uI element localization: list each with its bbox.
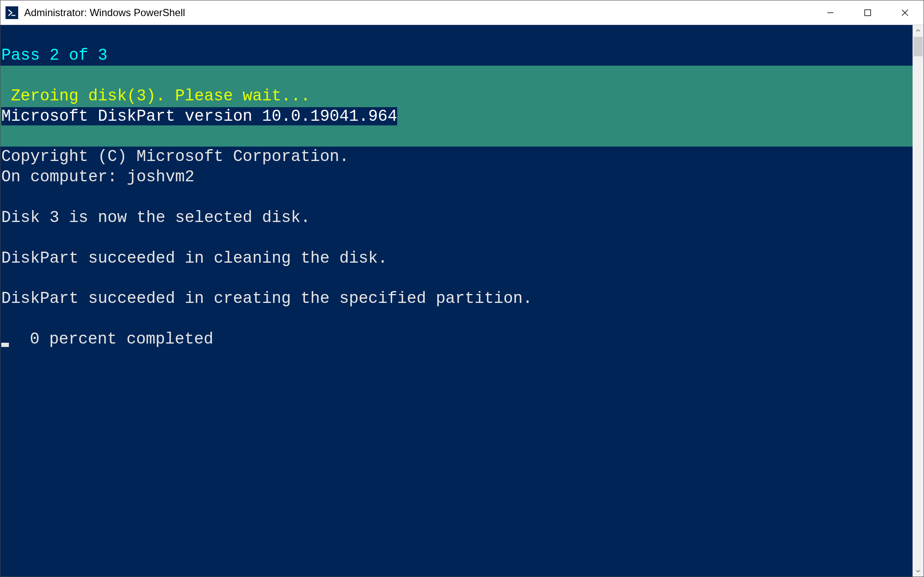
titlebar[interactable]: Administrator: Windows PowerShell	[0, 0, 924, 25]
scroll-down-icon[interactable]	[913, 566, 924, 577]
cleaned-line: DiskPart succeeded in cleaning the disk.	[0, 248, 913, 269]
selection-blank: .	[0, 126, 913, 147]
progress-line: 0 percent completed	[0, 329, 913, 350]
terminal-output[interactable]: Pass 2 of 3 . Zeroing disk(3). Please wa…	[0, 25, 913, 577]
copyright-line: Copyright (C) Microsoft Corporation.	[0, 147, 913, 167]
scroll-up-icon[interactable]	[913, 25, 924, 36]
selected-disk-line: Disk 3 is now the selected disk.	[0, 208, 913, 228]
client-area: Pass 2 of 3 . Zeroing disk(3). Please wa…	[0, 25, 924, 577]
window-controls	[812, 0, 924, 25]
zeroing-line: Zeroing disk(3). Please wait...	[0, 86, 913, 106]
powershell-window: Administrator: Windows PowerShell Pass 2…	[0, 0, 924, 577]
diskpart-version-line: Microsoft DiskPart version 10.0.19041.96…	[0, 106, 913, 127]
minimize-button[interactable]	[812, 0, 849, 25]
close-button[interactable]	[886, 0, 924, 25]
maximize-button[interactable]	[849, 0, 886, 25]
svg-rect-2	[865, 10, 871, 16]
scroll-thumb[interactable]	[913, 37, 923, 56]
vertical-scrollbar[interactable]	[913, 25, 924, 577]
powershell-icon	[6, 6, 18, 19]
partition-line: DiskPart succeeded in creating the speci…	[0, 288, 913, 309]
window-title: Administrator: Windows PowerShell	[24, 7, 812, 19]
cursor-icon	[1, 343, 9, 347]
pass-line: Pass 2 of 3	[0, 45, 913, 66]
computer-line: On computer: joshvm2	[0, 167, 913, 187]
selection-blank: .	[0, 66, 913, 86]
